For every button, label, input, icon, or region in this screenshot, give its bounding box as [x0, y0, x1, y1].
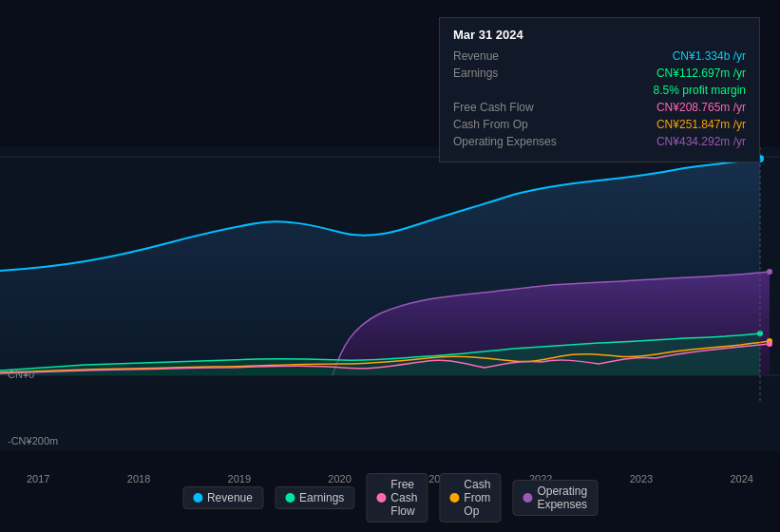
x-label-2017: 2017	[27, 473, 49, 484]
tooltip-row-opex: Operating Expenses CN¥434.292m /yr	[453, 135, 746, 148]
tooltip-row-earnings: Earnings CN¥112.697m /yr	[453, 66, 746, 80]
tooltip-label-cfo: Cash From Op	[453, 118, 528, 131]
legend-label-revenue: Revenue	[207, 491, 253, 504]
legend-dot-cfo	[449, 493, 459, 503]
svg-point-4	[767, 269, 772, 275]
tooltip-row-cfo: Cash From Op CN¥251.847m /yr	[453, 118, 746, 131]
x-label-2018: 2018	[127, 473, 150, 484]
x-label-2023: 2023	[630, 473, 653, 484]
legend-item-cfo[interactable]: Cash From Op	[439, 473, 501, 522]
legend-dot-fcf	[376, 493, 386, 503]
tooltip-box: Mar 31 2024 Revenue CN¥1.334b /yr Earnin…	[439, 17, 760, 162]
tooltip-row-fcf: Free Cash Flow CN¥208.765m /yr	[453, 101, 746, 114]
tooltip-row-revenue: Revenue CN¥1.334b /yr	[453, 49, 746, 63]
x-label-2024: 2024	[730, 473, 752, 484]
tooltip-value-revenue: CN¥1.334b /yr	[673, 49, 746, 63]
tooltip-label-revenue: Revenue	[453, 49, 499, 63]
tooltip-value-cfo: CN¥251.847m /yr	[656, 118, 746, 131]
tooltip-label-earnings: Earnings	[453, 66, 498, 80]
profit-margin-text: 8.5% profit margin	[654, 84, 746, 97]
legend-label-earnings: Earnings	[299, 491, 344, 504]
chart-area[interactable]	[0, 147, 780, 451]
legend-label-opex: Operating Expenses	[537, 484, 587, 511]
tooltip-value-fcf: CN¥208.765m /yr	[656, 101, 746, 114]
legend-label-cfo: Cash From Op	[464, 478, 490, 518]
tooltip-date: Mar 31 2024	[453, 28, 746, 42]
tooltip-value-opex: CN¥434.292m /yr	[656, 135, 746, 148]
profit-margin-row: 8.5% profit margin	[453, 84, 746, 97]
tooltip-label-opex: Operating Expenses	[453, 135, 557, 148]
legend: Revenue Earnings Free Cash Flow Cash Fro…	[182, 473, 598, 522]
legend-dot-opex	[523, 493, 532, 503]
y-axis-mid-label: CN¥0	[8, 369, 34, 380]
legend-dot-earnings	[285, 493, 295, 503]
legend-item-opex[interactable]: Operating Expenses	[512, 480, 598, 516]
tooltip-value-earnings: CN¥112.697m /yr	[656, 66, 746, 80]
legend-dot-revenue	[193, 493, 202, 503]
legend-label-fcf: Free Cash Flow	[390, 478, 417, 518]
legend-item-earnings[interactable]: Earnings	[275, 486, 354, 509]
svg-point-7	[767, 341, 772, 347]
legend-item-revenue[interactable]: Revenue	[182, 486, 263, 509]
tooltip-label-fcf: Free Cash Flow	[453, 101, 534, 114]
y-axis-bottom-label: -CN¥200m	[8, 435, 58, 446]
legend-item-fcf[interactable]: Free Cash Flow	[366, 473, 428, 522]
chart-container: Mar 31 2024 Revenue CN¥1.334b /yr Earnin…	[0, 0, 780, 532]
